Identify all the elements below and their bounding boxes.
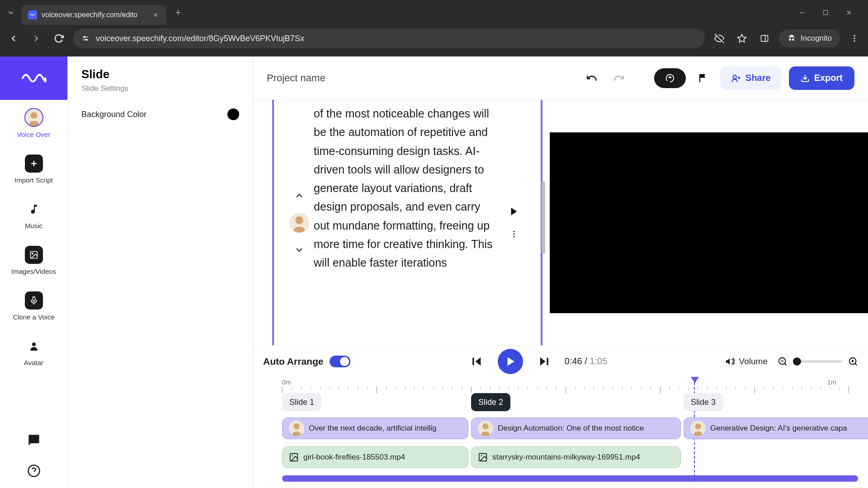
chat-icon[interactable] (25, 431, 43, 449)
media-clip-1[interactable]: girl-book-fireflies-185503.mp4 (282, 446, 468, 468)
svg-rect-12 (761, 35, 768, 41)
maximize-icon[interactable] (819, 6, 832, 19)
timeline-scrollbar[interactable] (282, 475, 858, 482)
background-color-row[interactable]: Background Color (81, 108, 239, 120)
app-root: Voice Over Import Script Music Images/Vi… (0, 56, 868, 488)
ruler-label-0m: 0m (282, 379, 291, 386)
color-swatch[interactable] (227, 108, 239, 120)
sidepanel-icon[interactable] (756, 30, 773, 47)
main-area: Project name Share Export (253, 56, 868, 488)
new-tab-button[interactable]: + (170, 5, 186, 21)
svg-point-16 (854, 40, 855, 42)
svg-point-14 (854, 35, 855, 37)
svg-point-47 (292, 455, 293, 456)
tab-title: voiceover.speechify.com/edito (42, 11, 146, 19)
volume-control[interactable]: Volume (725, 357, 768, 366)
back-button[interactable] (5, 30, 22, 47)
scrollbar[interactable] (542, 181, 545, 253)
rail-clone-voice[interactable]: Clone a Voice (0, 283, 67, 329)
time-display: 0:46 / 1:05 (565, 356, 608, 366)
site-settings-icon[interactable] (81, 34, 90, 42)
browser-menu-icon[interactable] (846, 30, 863, 47)
svg-point-33 (513, 236, 514, 237)
close-window-icon[interactable] (843, 6, 855, 19)
playback-speed-pill[interactable] (654, 68, 686, 88)
speaker-avatar[interactable] (289, 213, 309, 233)
chevron-up-icon[interactable] (291, 188, 307, 204)
share-button[interactable]: Share (720, 66, 782, 90)
slide-chip-2[interactable]: Slide 2 (471, 393, 510, 411)
browser-tab[interactable]: voiceover.speechify.com/edito (22, 5, 166, 25)
redo-button[interactable] (609, 68, 629, 88)
svg-marker-30 (511, 207, 517, 215)
incognito-indicator[interactable]: Incognito (779, 29, 840, 47)
timeline-voice-row: Over the next decade, artificial intelli… (263, 418, 858, 443)
mic-icon (25, 291, 43, 310)
export-button[interactable]: Export (789, 66, 854, 90)
play-button[interactable] (498, 349, 523, 374)
video-preview[interactable] (550, 132, 868, 313)
svg-point-20 (32, 253, 33, 254)
tab-bar: voiceover.speechify.com/edito + (0, 0, 868, 25)
rail-images-videos[interactable]: Images/Videos (0, 238, 67, 283)
play-block-icon[interactable] (507, 204, 521, 219)
bookmark-star-icon[interactable] (734, 30, 750, 47)
svg-point-9 (86, 39, 87, 41)
svg-marker-37 (540, 357, 546, 366)
clip-label: starrysky-mountains-milkyway-169951.mp4 (492, 453, 640, 462)
rail-label: Avatar (24, 359, 43, 366)
voice-avatar-icon (24, 108, 43, 127)
slide-chip-1[interactable]: Slide 1 (282, 393, 321, 411)
rail-music[interactable]: Music (0, 192, 67, 238)
reload-button[interactable] (51, 30, 67, 47)
help-icon[interactable] (25, 462, 43, 480)
url-field[interactable]: voiceover.speechify.com/editor/8Gy5WvBeV… (73, 28, 705, 48)
rail-label: Import Script (14, 176, 53, 184)
zoom-out-icon[interactable] (778, 357, 788, 366)
rail-avatar[interactable]: Avatar (0, 329, 67, 375)
zoom-in-icon[interactable] (848, 357, 858, 366)
rail-voice-over[interactable]: Voice Over (0, 100, 67, 146)
forward-button[interactable] (28, 30, 44, 47)
skip-forward-icon[interactable] (535, 352, 553, 371)
project-name[interactable]: Project name (267, 72, 326, 84)
toggle-switch[interactable] (330, 356, 350, 367)
total-time: 1:05 (590, 356, 607, 366)
flag-button[interactable] (693, 68, 713, 88)
eye-off-icon[interactable] (711, 30, 727, 47)
tab-search-dropdown[interactable] (4, 5, 18, 20)
slide-chip-3[interactable]: Slide 3 (684, 393, 723, 411)
skip-back-icon[interactable] (468, 352, 486, 371)
incognito-label: Incognito (801, 34, 832, 43)
timeline-media-row: girl-book-fireflies-185503.mp4 starrysky… (263, 446, 858, 472)
more-vertical-icon[interactable] (507, 227, 521, 241)
voice-clip-1[interactable]: Over the next decade, artificial intelli… (282, 418, 468, 439)
settings-panel: Slide Slide Settings Background Color (68, 56, 253, 488)
auto-arrange-toggle[interactable]: Auto Arrange (263, 356, 350, 367)
svg-rect-21 (33, 297, 35, 301)
svg-marker-11 (738, 34, 746, 42)
image-icon (289, 452, 299, 462)
timeline[interactable]: 0m 1m Slide 1 Slide 2 Slide 3 (253, 377, 868, 488)
undo-button[interactable] (582, 68, 602, 88)
app-logo[interactable] (0, 56, 67, 100)
tab-close-icon[interactable] (151, 10, 160, 19)
preview-column (542, 100, 868, 345)
timeline-ruler[interactable]: 0m 1m (263, 377, 858, 393)
svg-point-15 (854, 38, 855, 39)
left-rail: Voice Over Import Script Music Images/Vi… (0, 56, 68, 488)
clip-label: Over the next decade, artificial intelli… (309, 424, 437, 433)
clip-label: Design Automation: One of the most notic… (498, 424, 644, 433)
svg-point-32 (513, 233, 514, 235)
script-text[interactable]: of the most noticeable changes will be t… (314, 104, 498, 341)
svg-point-23 (32, 343, 36, 346)
export-label: Export (814, 73, 843, 83)
minimize-icon[interactable] (796, 6, 808, 19)
media-clip-2[interactable]: starrysky-mountains-milkyway-169951.mp4 (471, 446, 681, 468)
browser-chrome: voiceover.speechify.com/edito + voiceove… (0, 0, 868, 56)
zoom-slider[interactable] (793, 360, 843, 363)
chevron-down-icon[interactable] (291, 242, 307, 258)
voice-clip-2[interactable]: Design Automation: One of the most notic… (471, 418, 681, 439)
voice-clip-3[interactable]: Generative Design: AI's generative capa (684, 418, 868, 439)
rail-import-script[interactable]: Import Script (0, 146, 67, 192)
